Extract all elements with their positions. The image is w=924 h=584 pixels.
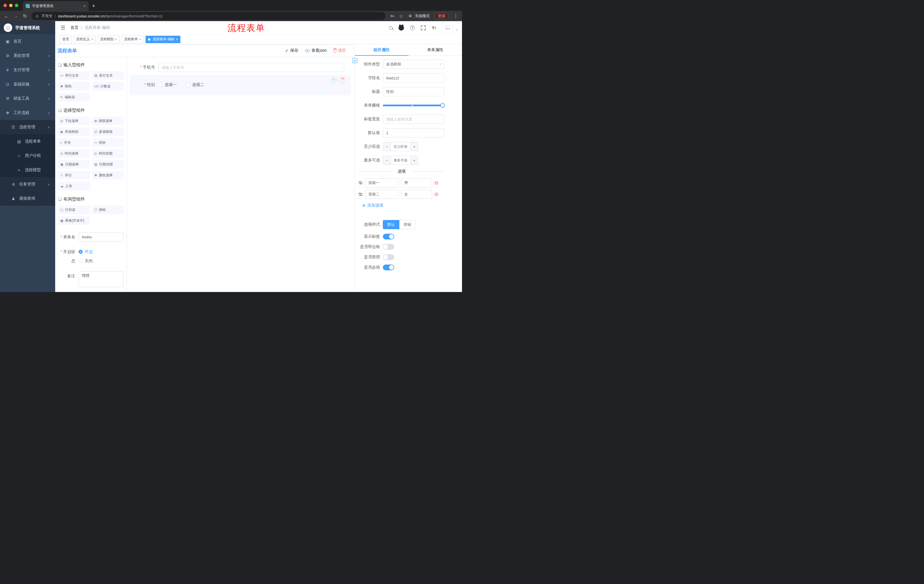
plus-button[interactable]: + — [410, 156, 418, 165]
palette-item-slider[interactable]: ⊸滑块 — [92, 138, 124, 147]
palette-item-multi-text[interactable]: ▤多行文本 — [92, 71, 124, 80]
component-type-select[interactable]: 多选框组 — [383, 60, 444, 69]
view-json-button[interactable]: 查看json — [305, 48, 327, 53]
gender-checkbox-1[interactable]: 选项一 — [158, 82, 177, 87]
delete-component-button[interactable] — [339, 77, 345, 84]
palette-item-upload[interactable]: ☁上传 — [58, 182, 90, 190]
canvas-field-phone[interactable]: 手机号 — [130, 63, 350, 72]
tag-process-form[interactable]: 流程表单 × — [122, 36, 144, 43]
show-label-toggle[interactable] — [383, 234, 394, 239]
grid-slider[interactable] — [383, 101, 444, 110]
sidebar-item-devtools[interactable]: ⚒ 研发工具 ∨ — [0, 91, 55, 106]
drag-handle-icon[interactable] — [358, 181, 363, 185]
tab-component-props[interactable]: 组件属性 — [355, 44, 409, 56]
palette-item-rate[interactable]: ☆评分 — [58, 171, 90, 179]
option-name-input[interactable] — [365, 190, 399, 199]
drag-handle-icon[interactable] — [358, 192, 363, 197]
avatar[interactable] — [442, 22, 453, 33]
new-tab-button[interactable]: + — [92, 3, 95, 9]
border-toggle[interactable] — [383, 244, 394, 250]
tag-close-icon[interactable]: × — [176, 38, 178, 41]
palette-item-switch[interactable]: ◐开关 — [58, 138, 90, 147]
form-canvas[interactable]: 手机号 性别 选项一 选项二 ❐ — [127, 57, 355, 292]
palette-item-editor[interactable]: ✎编辑器 — [58, 93, 90, 102]
breadcrumb-home[interactable]: 首页 — [70, 25, 78, 30]
tag-close-icon[interactable]: × — [91, 38, 93, 41]
palette-item-button[interactable]: ☐按钮 — [92, 206, 124, 214]
tag-close-icon[interactable]: × — [139, 38, 141, 41]
fullscreen-icon[interactable] — [421, 25, 426, 30]
sidebar-item-home[interactable]: ▣ 首页 — [0, 34, 55, 49]
minus-button[interactable]: − — [383, 142, 391, 151]
slider-handle[interactable] — [440, 103, 445, 108]
github-icon[interactable] — [399, 25, 404, 31]
palette-item-cascader[interactable]: ⊞级联选择 — [92, 117, 124, 125]
min-select-input[interactable] — [391, 142, 410, 151]
copy-component-button[interactable]: ❐ — [330, 77, 337, 84]
tab-close-icon[interactable]: × — [84, 4, 86, 8]
palette-item-color-picker[interactable]: ☸颜色选择 — [92, 171, 124, 179]
remove-option-icon[interactable]: ⊖ — [434, 192, 439, 197]
gender-checkbox-2[interactable]: 选项二 — [186, 82, 204, 87]
browser-tab[interactable]: 芋道管理系统 × — [23, 1, 89, 11]
palette-item-checkbox-group[interactable]: ☑多选框组 — [92, 127, 124, 136]
help-icon[interactable]: ? — [410, 25, 415, 30]
form-name-input[interactable] — [79, 232, 124, 242]
palette-item-date-picker[interactable]: ▦日期选择 — [58, 160, 90, 169]
link-icon[interactable]: ∞ — [352, 58, 357, 63]
disabled-toggle[interactable] — [383, 254, 394, 260]
default-value-input[interactable] — [383, 128, 444, 137]
tag-close-icon[interactable]: × — [115, 38, 117, 41]
window-close-button[interactable] — [3, 4, 7, 7]
option-value-input[interactable] — [401, 190, 432, 199]
address-bar[interactable]: ⚠ 不安全 dashboard.yudao.iocoder.cn/bpm/man… — [31, 12, 385, 20]
title-input[interactable] — [383, 87, 444, 96]
tab-form-props[interactable]: 表单属性 — [409, 44, 462, 56]
avatar-caret-icon[interactable]: ▾ — [456, 28, 458, 33]
sidebar-item-process-form[interactable]: ▤ 流程表单 — [0, 134, 55, 148]
palette-item-select[interactable]: ◎下拉选择 — [58, 117, 90, 125]
palette-item-time-picker[interactable]: ◷时间选择 — [58, 149, 90, 158]
back-icon[interactable]: ← — [4, 14, 9, 18]
palette-item-date-range[interactable]: ▥日期范围 — [92, 160, 124, 169]
add-option-button[interactable]: ⊕ 添加选项 — [358, 201, 448, 208]
password-key-icon[interactable] — [390, 14, 394, 18]
save-button[interactable]: ✓ 保存 — [285, 48, 299, 53]
palette-item-single-text[interactable]: ▭单行文本 — [58, 71, 90, 80]
search-icon[interactable] — [389, 26, 393, 30]
status-radio-on[interactable]: 开启 — [79, 247, 92, 256]
tag-process-form-edit[interactable]: 流程表单-编辑 × — [145, 36, 180, 43]
incognito-badge[interactable]: 无痕模式 — [408, 13, 430, 18]
canvas-field-gender-selected[interactable]: 性别 选项一 选项二 ❐ — [130, 75, 350, 95]
phone-input[interactable] — [158, 63, 344, 72]
style-default-button[interactable]: 默认 — [383, 220, 399, 229]
palette-item-counter[interactable]: 123计数器 — [92, 82, 124, 90]
window-minimize-button[interactable] — [9, 4, 13, 7]
palette-item-radio-group[interactable]: ◉单选框组 — [58, 127, 90, 136]
style-button-button[interactable]: 按钮 — [399, 220, 416, 229]
palette-item-time-range[interactable]: ◴时间范围 — [92, 149, 124, 158]
window-zoom-button[interactable] — [15, 4, 18, 7]
font-size-icon[interactable]: TT — [432, 25, 436, 30]
browser-menu-icon[interactable]: ⋮ — [454, 13, 458, 18]
label-width-input[interactable] — [383, 115, 444, 124]
tag-process-model[interactable]: 流程模型 × — [97, 36, 120, 43]
browser-update-button[interactable]: 更新 — [434, 13, 449, 20]
minus-button[interactable]: − — [383, 156, 391, 165]
plus-button[interactable]: + — [410, 142, 418, 151]
tag-home[interactable]: 首页 — [60, 36, 72, 43]
hamburger-icon[interactable]: ☰ — [61, 25, 65, 31]
max-select-input[interactable] — [391, 156, 410, 165]
option-value-input[interactable] — [401, 178, 432, 188]
sidebar-item-process-mgmt[interactable]: ☰ 流程管理 ∧ — [0, 120, 55, 134]
field-name-input[interactable] — [383, 73, 444, 82]
remove-option-icon[interactable]: ⊖ — [434, 180, 439, 186]
status-radio-off[interactable]: 关闭 — [79, 256, 92, 265]
sidebar-item-process-model[interactable]: ➢ 流程模型 — [0, 163, 55, 177]
sidebar-item-task-mgmt[interactable]: ⋔ 任务管理 ∨ — [0, 177, 55, 191]
remark-textarea[interactable]: 嘿嘿 — [79, 271, 124, 287]
palette-item-table[interactable]: ▦表格[开发中] — [58, 216, 90, 225]
slider-track[interactable] — [383, 105, 444, 106]
sidebar-item-payment[interactable]: ¥ 支付管理 ∨ — [0, 63, 55, 77]
sidebar-item-infra[interactable]: ⊡ 基础设施 ∨ — [0, 77, 55, 91]
